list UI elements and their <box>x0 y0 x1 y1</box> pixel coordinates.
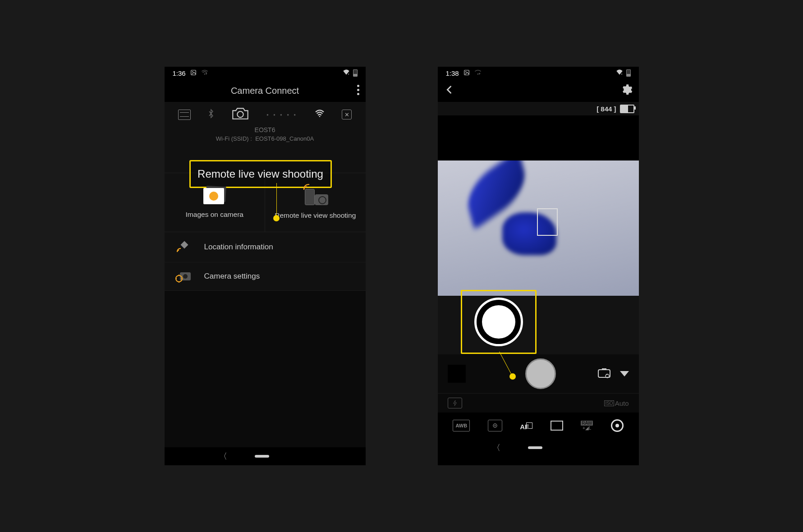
connection-status-row: ● ● ● ● ● ✕ <box>165 102 366 126</box>
svg-point-22 <box>494 425 496 427</box>
photos-status-icon <box>190 69 197 77</box>
android-nav-bar: 〈 <box>165 447 366 465</box>
feature-grid: Images on camera Remote live view shooti… <box>165 173 366 232</box>
ssid-value: EOST6-098_Canon0A <box>255 135 314 142</box>
chevron-down-icon[interactable] <box>620 371 629 376</box>
list-icon[interactable] <box>178 110 191 120</box>
nav-back-icon[interactable]: 〈 <box>219 451 227 462</box>
camera-params-bar: AWB AF RAW +◢L <box>438 413 639 439</box>
more-menu-icon[interactable] <box>357 85 359 95</box>
location-label: Location information <box>204 243 273 252</box>
nav-home-icon[interactable] <box>255 455 269 458</box>
wifi-icon: x <box>342 69 350 77</box>
svg-rect-18 <box>598 370 610 377</box>
callout-highlight-shutter <box>461 290 537 354</box>
white-balance-button[interactable]: AWB <box>453 420 470 431</box>
svg-point-13 <box>465 71 466 72</box>
svg-text:?: ? <box>479 73 480 75</box>
camera-name: EOST6 <box>165 126 366 133</box>
svg-point-14 <box>477 73 478 75</box>
android-nav-bar: 〈 <box>438 439 639 457</box>
shutter-highlight-area <box>438 296 639 354</box>
back-button[interactable] <box>444 84 454 98</box>
svg-point-6 <box>237 111 243 117</box>
capture-controls <box>438 354 639 394</box>
iso-setting[interactable]: ISOAuto <box>604 399 629 407</box>
flash-icon[interactable] <box>448 398 462 408</box>
shots-remaining: [ 844 ] <box>597 105 616 113</box>
empty-area <box>165 291 366 447</box>
live-viewfinder[interactable] <box>438 161 639 296</box>
camera-info: EOST6 Wi-Fi (SSID) : EOST6-098_Canon0A <box>165 126 366 146</box>
app-title: Camera Connect <box>231 86 299 96</box>
picture-style-button[interactable] <box>611 419 624 432</box>
svg-rect-8 <box>180 241 188 249</box>
af-mode-button[interactable]: AF <box>520 422 532 429</box>
wifi-connection-icon <box>315 110 325 119</box>
images-label: Images on camera <box>186 211 243 219</box>
remote-shooting-icon <box>302 185 328 205</box>
svg-point-10 <box>183 274 188 279</box>
spacer <box>165 146 366 173</box>
shutter-button[interactable] <box>525 358 556 389</box>
wifi-status-icon: ? <box>474 69 482 77</box>
disconnect-button[interactable]: ✕ <box>342 110 352 119</box>
phone-screenshot-right: 1:38 ? x [ 844 ] <box>438 67 639 465</box>
shutter-graphic <box>474 298 523 346</box>
nav-home-icon[interactable] <box>528 446 542 449</box>
svg-point-7 <box>319 116 321 117</box>
settings-gear-icon[interactable] <box>620 83 633 98</box>
status-bar: 1:38 ? x <box>438 67 639 79</box>
battery-icon <box>353 69 358 77</box>
camera-settings-icon <box>175 270 193 283</box>
status-time: 1:38 <box>446 69 459 77</box>
focus-indicator[interactable] <box>537 208 558 236</box>
ssid-label: Wi-Fi (SSID) : <box>216 135 252 142</box>
battery-icon <box>626 69 631 77</box>
camera-switch-icon[interactable] <box>597 367 611 380</box>
svg-point-2 <box>204 73 205 75</box>
remote-live-view-button[interactable]: Remote live view shooting <box>265 173 366 232</box>
wifi-status-icon: ? <box>201 69 208 77</box>
status-bar: 1:36 ? x <box>165 67 366 79</box>
mode-indicator[interactable] <box>448 365 466 383</box>
settings-label: Camera settings <box>204 272 260 281</box>
metering-button[interactable] <box>488 420 502 431</box>
iso-value: Auto <box>615 399 629 407</box>
svg-text:x: x <box>621 73 622 75</box>
svg-text:?: ? <box>206 73 207 75</box>
camera-settings-row[interactable]: Camera settings <box>165 262 366 291</box>
photos-status-icon <box>463 69 470 77</box>
satellite-icon <box>175 239 193 255</box>
svg-rect-19 <box>602 368 606 370</box>
image-quality-button[interactable]: RAW +◢L <box>581 421 593 431</box>
status-time: 1:36 <box>173 69 186 77</box>
drive-mode-button[interactable] <box>551 421 563 431</box>
bluetooth-icon[interactable] <box>208 109 214 121</box>
phone-screenshot-left: 1:36 ? x Camera Connect <box>165 67 366 465</box>
camera-battery-icon <box>620 105 634 113</box>
nav-back-icon[interactable]: 〈 <box>492 442 500 453</box>
images-stack-icon <box>203 186 226 204</box>
camera-icon <box>231 106 249 123</box>
svg-text:x: x <box>348 73 349 75</box>
svg-point-1 <box>192 71 193 72</box>
app-header: Camera Connect <box>165 79 366 102</box>
location-information-row[interactable]: Location information <box>165 232 366 262</box>
shots-remaining-bar: [ 844 ] <box>438 102 639 115</box>
remote-label: Remote live view shooting <box>275 211 356 220</box>
images-on-camera-button[interactable]: Images on camera <box>165 173 266 232</box>
wifi-icon: x <box>615 69 624 77</box>
secondary-controls: ISOAuto <box>438 394 639 413</box>
connection-dots-icon: ● ● ● ● ● <box>266 113 298 117</box>
remote-view-header <box>438 79 639 102</box>
viewfinder-letterbox-top <box>438 115 639 161</box>
